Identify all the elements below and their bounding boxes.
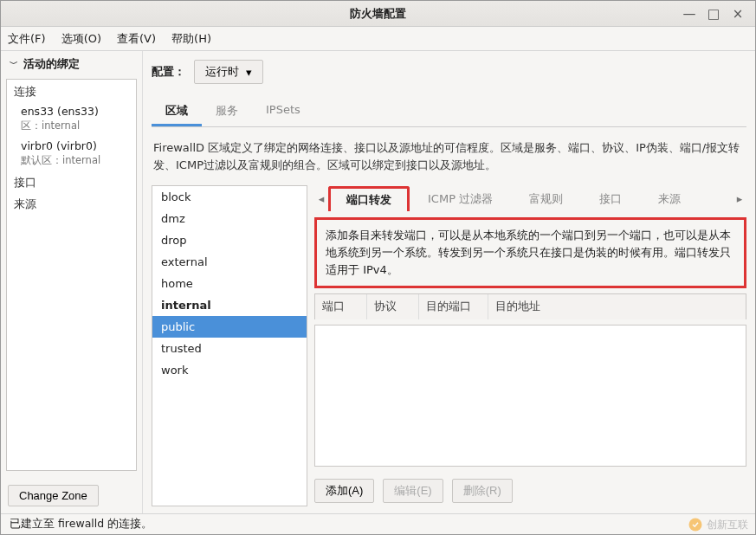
port-forward-table-body[interactable] xyxy=(314,325,746,467)
zone-item-trusted[interactable]: trusted xyxy=(152,338,307,359)
tab-zones[interactable]: 区域 xyxy=(152,96,202,126)
tab-services[interactable]: 服务 xyxy=(202,96,252,126)
col-port: 端口 xyxy=(315,294,367,319)
subtab-description: 添加条目来转发端口，可以是从本地系统的一个端口到另一个端口，也可以是从本地系统到… xyxy=(314,217,746,288)
sidebar-title: 活动的绑定 xyxy=(23,56,80,72)
zone-item-drop[interactable]: drop xyxy=(152,229,307,251)
menu-view[interactable]: 查看(V) xyxy=(117,31,156,47)
zone-item-work[interactable]: work xyxy=(152,359,307,381)
col-proto: 协议 xyxy=(367,294,419,319)
subtab-icmp-filter[interactable]: ICMP 过滤器 xyxy=(410,185,511,212)
subtab-interfaces[interactable]: 接口 xyxy=(581,185,640,212)
status-bar: 已建立至 firewalld 的连接。 创新互联 xyxy=(1,513,755,534)
zone-item-public[interactable]: public xyxy=(152,316,307,338)
window-title: 防火墙配置 xyxy=(350,6,406,22)
zone-item-dmz[interactable]: dmz xyxy=(152,208,307,229)
zone-item-home[interactable]: home xyxy=(152,273,307,294)
close-button[interactable]: × xyxy=(726,4,750,23)
subtab-sources[interactable]: 来源 xyxy=(640,185,699,212)
connection-name: virbr0 (virbr0) xyxy=(21,139,129,153)
add-button[interactable]: 添加(A) xyxy=(314,479,374,503)
titlebar: 防火墙配置 — □ × xyxy=(1,1,755,27)
menu-file[interactable]: 文件(F) xyxy=(8,31,46,47)
connection-zone: 默认区：internal xyxy=(21,154,129,167)
delete-button[interactable]: 删除(R) xyxy=(452,479,513,503)
collapse-icon[interactable]: ﹀ xyxy=(10,58,18,70)
svg-point-0 xyxy=(689,519,702,532)
zone-item-block[interactable]: block xyxy=(152,186,307,208)
watermark: 创新互联 xyxy=(688,517,748,532)
sidebar-section-interfaces: 接口 xyxy=(7,171,136,192)
col-dest-port: 目的端口 xyxy=(419,294,488,319)
connection-item[interactable]: ens33 (ens33) 区：internal xyxy=(7,101,136,136)
zone-item-internal[interactable]: internal xyxy=(152,294,307,316)
config-mode-select[interactable]: 运行时 xyxy=(194,60,263,84)
subtab-port-forward[interactable]: 端口转发 xyxy=(328,186,410,211)
menubar: 文件(F) 选项(O) 查看(V) 帮助(H) xyxy=(1,27,755,51)
status-text: 已建立至 firewalld 的连接。 xyxy=(10,517,152,532)
main-pane: 配置： 运行时 区域 服务 IPSets FirewallD 区域定义了绑定的网… xyxy=(143,51,755,513)
zone-item-external[interactable]: external xyxy=(152,251,307,273)
change-zone-button[interactable]: Change Zone xyxy=(8,485,99,506)
zone-description: FirewallD 区域定义了绑定的网络连接、接口以及源地址的可信程度。区域是服… xyxy=(152,132,746,180)
port-forward-table-header: 端口 协议 目的端口 目的地址 xyxy=(314,293,746,319)
col-dest-addr: 目的地址 xyxy=(488,294,746,319)
top-tabs: 区域 服务 IPSets xyxy=(152,96,746,127)
subtab-rich-rules[interactable]: 富规则 xyxy=(511,185,581,212)
maximize-button[interactable]: □ xyxy=(701,4,726,23)
sidebar: ﹀ 活动的绑定 连接 ens33 (ens33) 区：internal virb… xyxy=(1,51,143,513)
menu-options[interactable]: 选项(O) xyxy=(61,31,101,47)
sidebar-section-sources: 来源 xyxy=(7,192,136,214)
edit-button[interactable]: 编辑(E) xyxy=(383,479,443,503)
config-label: 配置： xyxy=(152,64,185,80)
subtab-scroll-left[interactable]: ◂ xyxy=(314,185,328,212)
minimize-button[interactable]: — xyxy=(677,4,701,23)
connection-name: ens33 (ens33) xyxy=(21,105,129,119)
tab-ipsets[interactable]: IPSets xyxy=(252,96,314,126)
subtab-scroll-right[interactable]: ▸ xyxy=(733,185,746,212)
zone-list: blockdmzdropexternalhomeinternalpublictr… xyxy=(152,185,307,506)
connection-zone: 区：internal xyxy=(21,119,129,132)
sidebar-section-connections: 连接 xyxy=(7,80,136,101)
connection-item[interactable]: virbr0 (virbr0) 默认区：internal xyxy=(7,136,136,171)
menu-help[interactable]: 帮助(H) xyxy=(171,31,211,47)
